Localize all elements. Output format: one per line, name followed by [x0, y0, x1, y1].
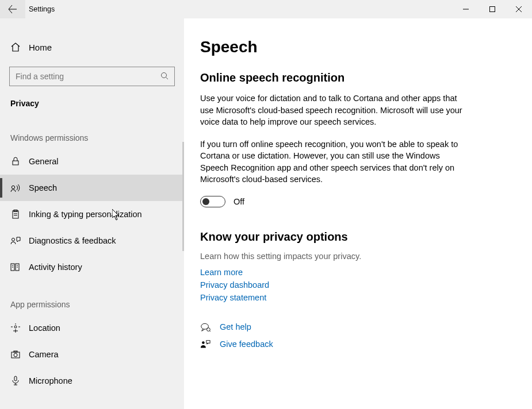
- svg-rect-13: [14, 376, 17, 381]
- sidebar-item-label: Microphone: [29, 376, 72, 385]
- svg-point-3: [12, 186, 14, 188]
- toggle-state-label: Off: [234, 197, 244, 206]
- svg-rect-2: [13, 161, 18, 165]
- sidebar-item-camera[interactable]: Camera: [0, 341, 184, 368]
- help-icon: [200, 322, 210, 333]
- feedback-icon: [10, 236, 21, 246]
- sidebar-item-location[interactable]: Location: [0, 315, 184, 341]
- sidebar-home[interactable]: Home: [0, 34, 184, 60]
- svg-point-1: [162, 72, 167, 78]
- search-icon: [160, 72, 169, 82]
- sidebar-item-diagnostics[interactable]: Diagnostics & feedback: [0, 227, 184, 254]
- link-get-help[interactable]: Get help: [220, 321, 251, 334]
- sidebar-item-inking[interactable]: Inking & typing personalization: [0, 201, 184, 227]
- maximize-button[interactable]: [479, 0, 506, 18]
- section-heading-online-speech: Online speech recognition: [200, 71, 504, 84]
- sidebar-home-label: Home: [29, 43, 52, 52]
- sidebar-item-label: Activity history: [29, 263, 82, 272]
- clipboard-icon: [10, 209, 21, 219]
- description-1: Use your voice for dictation and to talk…: [200, 92, 465, 128]
- sidebar-item-label: Camera: [29, 350, 59, 359]
- sidebar-item-microphone[interactable]: Microphone: [0, 368, 184, 394]
- sidebar-item-general[interactable]: General: [0, 148, 184, 175]
- sidebar-item-label: Inking & typing personalization: [29, 210, 142, 219]
- sidebar: Home Privacy Windows permissions General…: [0, 18, 184, 409]
- svg-point-16: [202, 341, 205, 344]
- speech-icon: [10, 183, 21, 193]
- camera-icon: [10, 349, 21, 360]
- history-icon: [10, 262, 21, 272]
- svg-point-9: [14, 326, 17, 328]
- feedback-person-icon: [200, 339, 210, 350]
- online-speech-toggle[interactable]: [200, 196, 225, 207]
- sidebar-item-label: Speech: [29, 183, 57, 192]
- section-label-windows-permissions: Windows permissions: [0, 114, 184, 148]
- section-label-app-permissions: App permissions: [0, 280, 184, 315]
- link-privacy-dashboard[interactable]: Privacy dashboard: [200, 279, 504, 292]
- link-give-feedback[interactable]: Give feedback: [220, 338, 273, 351]
- window-title: Settings: [29, 5, 55, 13]
- svg-rect-0: [490, 7, 495, 12]
- main-content: Speech Online speech recognition Use you…: [184, 18, 532, 409]
- microphone-icon: [10, 376, 21, 386]
- minimize-button[interactable]: [453, 0, 479, 18]
- category-label: Privacy: [0, 91, 184, 114]
- link-learn-more[interactable]: Learn more: [200, 267, 504, 279]
- arrow-left-icon: [8, 5, 17, 14]
- svg-point-11: [14, 353, 17, 357]
- search-input[interactable]: [16, 72, 160, 81]
- minimize-icon: [463, 6, 469, 12]
- titlebar: Settings: [0, 0, 532, 18]
- location-icon: [10, 323, 21, 333]
- privacy-subtext: Learn how this setting impacts your priv…: [200, 252, 504, 261]
- section-heading-privacy-options: Know your privacy options: [200, 230, 504, 244]
- svg-point-6: [12, 238, 15, 241]
- close-icon: [516, 6, 522, 12]
- link-privacy-statement[interactable]: Privacy statement: [200, 292, 504, 304]
- back-button[interactable]: [0, 0, 25, 18]
- sidebar-item-speech[interactable]: Speech: [0, 175, 184, 201]
- sidebar-item-label: Location: [29, 323, 60, 333]
- sidebar-item-label: General: [29, 157, 59, 166]
- sidebar-item-activity[interactable]: Activity history: [0, 254, 184, 280]
- description-2: If you turn off online speech recognitio…: [200, 138, 465, 186]
- home-icon: [10, 42, 21, 52]
- svg-rect-17: [206, 341, 210, 344]
- sidebar-item-label: Diagnostics & feedback: [29, 236, 116, 245]
- svg-rect-12: [14, 351, 17, 352]
- close-button[interactable]: [506, 0, 532, 18]
- search-input-wrapper[interactable]: [9, 67, 175, 86]
- lock-icon: [10, 156, 21, 167]
- maximize-icon: [489, 6, 495, 12]
- page-title: Speech: [200, 38, 504, 56]
